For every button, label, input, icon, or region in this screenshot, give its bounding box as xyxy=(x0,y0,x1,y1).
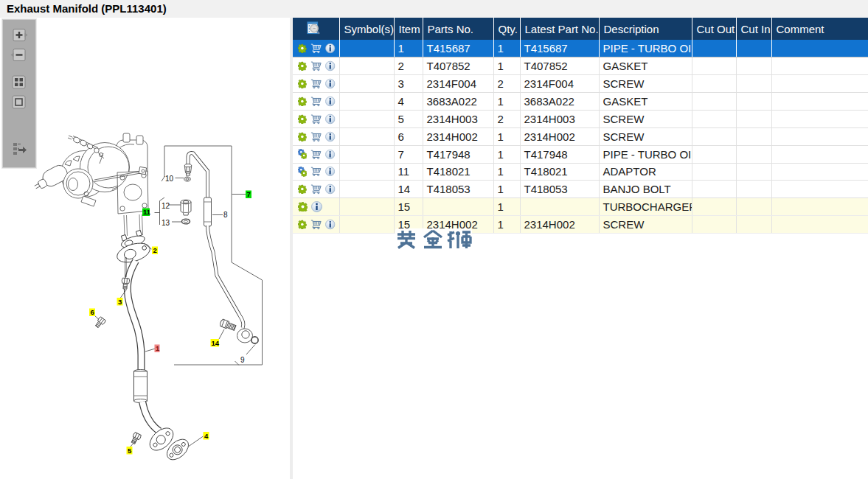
svg-text:5: 5 xyxy=(128,447,132,455)
svg-text:9: 9 xyxy=(240,356,245,364)
svg-text:2: 2 xyxy=(153,246,157,254)
svg-text:11: 11 xyxy=(143,208,151,216)
svg-text:4: 4 xyxy=(204,432,209,440)
svg-text:10: 10 xyxy=(165,175,174,183)
svg-text:13: 13 xyxy=(162,219,170,227)
svg-text:14: 14 xyxy=(212,339,220,347)
svg-text:8: 8 xyxy=(223,211,228,219)
svg-text:3: 3 xyxy=(118,298,122,306)
svg-text:1: 1 xyxy=(156,344,160,352)
svg-text:7: 7 xyxy=(247,190,251,198)
svg-text:12: 12 xyxy=(162,202,170,210)
svg-text:6: 6 xyxy=(91,308,94,316)
